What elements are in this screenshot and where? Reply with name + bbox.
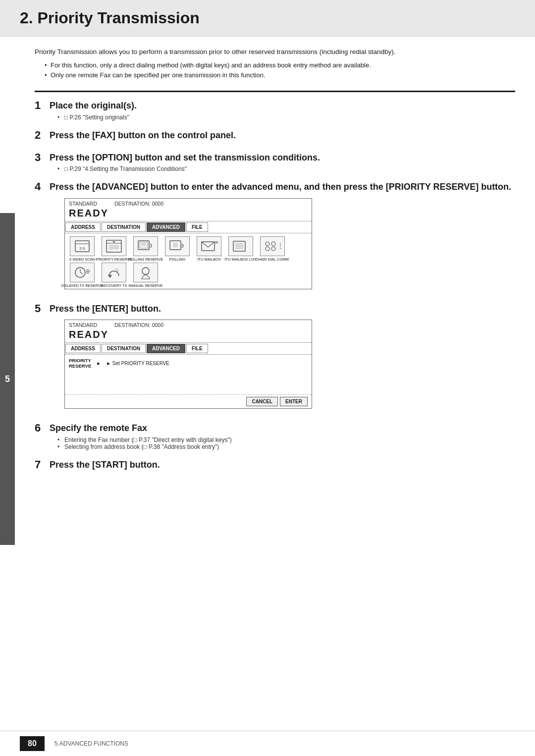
tab-address[interactable]: ADDRESS <box>65 222 101 232</box>
screen-2-ready: READY <box>65 329 312 342</box>
step-4-title: Press the [ADVANCED] button to enter the… <box>50 181 515 193</box>
tab-2-file[interactable]: FILE <box>186 344 208 353</box>
priority-set-text: ► Set PRIORITY RESERVE <box>106 361 169 366</box>
screen-mockup-2: STANDARD DESTINATION: 0000 READY ADDRESS… <box>64 320 312 409</box>
step-6-content: Specify the remote Fax Entering the Fax … <box>50 423 515 450</box>
step-1-content: Place the original(s). □ P.26 "Setting o… <box>50 100 515 120</box>
screen-2-header-left: STANDARD <box>69 322 97 328</box>
step-2: 2 Press the [FAX] button on the control … <box>35 130 515 143</box>
intro-bullets: For this function, only a direct dialing… <box>35 60 515 81</box>
icon-itu-mailbox-list-label: ITU MAILBOX LIST <box>224 257 257 262</box>
step-5: 5 Press the [ENTER] button. STANDARD DES… <box>35 303 515 414</box>
icon-2sided-scan-box: 2-S <box>70 236 95 256</box>
icon-polling[interactable]: POLLING <box>163 236 192 262</box>
screen-1-ready: READY <box>65 208 312 221</box>
step-7-content: Press the [START] button. <box>50 459 515 473</box>
icon-2sided-scan[interactable]: 2-S 2-SIDED SCAN <box>68 236 97 262</box>
icon-2sided-scan-label: 2-SIDED SCAN <box>69 257 96 262</box>
tab-2-advanced[interactable]: ADVANCED <box>147 344 185 353</box>
icon-itu-mailbox-label: ITU MAILBOX <box>197 257 221 262</box>
icon-polling-box <box>165 236 190 256</box>
icon-manual-reserve[interactable]: MANUAL RESERVE <box>131 263 160 288</box>
svg-text:✉: ✉ <box>215 240 218 245</box>
icon-delayed-tx[interactable]: DELAYED TX RESERVE <box>68 263 97 288</box>
step-6-number: 6 <box>35 423 50 433</box>
svg-point-25 <box>266 242 269 246</box>
svg-rect-20 <box>233 241 245 251</box>
svg-marker-36 <box>108 275 112 278</box>
tab-advanced[interactable]: ADVANCED <box>147 222 185 232</box>
step-1-subs: □ P.26 "Setting originals" <box>50 114 515 121</box>
intro-bullet-1: For this function, only a direct dialing… <box>45 60 515 71</box>
icon-recovery-tx[interactable]: RECOVERY TX <box>100 263 128 288</box>
step-2-content: Press the [FAX] button on the control pa… <box>50 130 515 143</box>
cancel-button[interactable]: CANCEL <box>246 397 278 406</box>
icon-chain-dial[interactable]: ⋮ CHAIN DIAL COMM. <box>258 236 287 262</box>
tab-file[interactable]: FILE <box>186 222 208 232</box>
step-5-content: Press the [ENTER] button. STANDARD DESTI… <box>50 303 515 414</box>
step-6: 6 Specify the remote Fax Entering the Fa… <box>35 423 515 450</box>
priority-row: PRIORITYRESERVE ► ► Set PRIORITY RESERVE <box>69 358 308 369</box>
tab-2-address[interactable]: ADDRESS <box>65 344 101 353</box>
step-6-sub-1: Entering the Fax number (□ P.37 "Direct … <box>57 436 515 443</box>
step-5-title: Press the [ENTER] button. <box>50 303 515 315</box>
icon-polling-reserve[interactable]: POLLING RESERVE <box>131 236 160 262</box>
icon-priority-reserve[interactable]: PRIORITY RESERVE <box>100 236 128 262</box>
screen-1-header: STANDARD DESTINATION: 0000 <box>65 199 312 208</box>
screen-2-header-right: DESTINATION: 0000 <box>114 322 163 328</box>
screen-1-header-left: STANDARD <box>69 201 97 207</box>
priority-label: PRIORITYRESERVE <box>69 358 91 369</box>
step-3-subs: □ P.29 "4.Setting the Transmission Condi… <box>50 165 515 172</box>
svg-line-32 <box>80 272 83 274</box>
icon-polling-reserve-box <box>133 236 158 256</box>
step-3: 3 Press the [OPTION] button and set the … <box>35 152 515 172</box>
section-divider <box>35 91 515 92</box>
screen-1-icons-row-1: 2-S 2-SIDED SCAN PRIORITY RESERVE <box>65 233 312 263</box>
step-3-sub-1: □ P.29 "4.Setting the Transmission Condi… <box>57 165 515 172</box>
page-footer: 80 5.ADVANCED FUNCTIONS <box>0 731 535 756</box>
step-2-number: 2 <box>35 130 50 141</box>
screen-2-tabs: ADDRESS DESTINATION ADVANCED FILE <box>65 342 312 355</box>
step-2-title: Press the [FAX] button on the control pa… <box>50 130 515 141</box>
screen-1-icons-row-2: DELAYED TX RESERVE RECOVERY TX <box>65 263 312 289</box>
icon-delayed-tx-label: DELAYED TX RESERVE <box>61 283 103 288</box>
enter-button[interactable]: ENTER <box>280 397 308 406</box>
icon-itu-mailbox-list-box <box>228 236 253 256</box>
icon-chain-dial-label: CHAIN DIAL COMM. <box>255 257 290 262</box>
footer-page-number: 80 <box>20 736 45 751</box>
icon-manual-reserve-box <box>133 263 158 282</box>
svg-marker-8 <box>112 241 115 243</box>
svg-text:⋮: ⋮ <box>277 242 281 249</box>
step-1: 1 Place the original(s). □ P.26 "Setting… <box>35 100 515 120</box>
svg-point-26 <box>266 247 269 251</box>
step-5-number: 5 <box>35 303 50 314</box>
step-6-title: Specify the remote Fax <box>50 423 515 434</box>
svg-text:2-S: 2-S <box>80 247 85 250</box>
step-6-sub-2: Selecting from address book (□ P.38 "Add… <box>57 443 515 450</box>
icon-delayed-tx-box <box>70 263 95 282</box>
step-4-content: Press the [ADVANCED] button to enter the… <box>50 181 515 294</box>
icon-manual-reserve-label: MANUAL RESERVE <box>129 283 163 288</box>
step-7-title: Press the [START] button. <box>50 459 515 471</box>
icon-polling-reserve-label: POLLING RESERVE <box>128 257 163 262</box>
step-7: 7 Press the [START] button. <box>35 459 515 473</box>
tab-2-destination[interactable]: DESTINATION <box>102 344 146 353</box>
screen-2-header: STANDARD DESTINATION: 0000 <box>65 320 312 329</box>
svg-point-28 <box>271 247 275 251</box>
screen-2-body: PRIORITYRESERVE ► ► Set PRIORITY RESERVE <box>65 355 312 394</box>
intro-bullet-2: Only one remote Fax can be specified per… <box>45 70 515 81</box>
screen-mockup-1: STANDARD DESTINATION: 0000 READY ADDRESS… <box>64 198 312 289</box>
icon-polling-label: POLLING <box>169 257 186 262</box>
icon-itu-mailbox-list[interactable]: ITU MAILBOX LIST <box>226 236 255 262</box>
icon-itu-mailbox[interactable]: ✉ ITU MAILBOX <box>195 236 223 262</box>
icon-priority-reserve-label: PRIORITY RESERVE <box>96 257 132 262</box>
step-7-number: 7 <box>35 459 50 470</box>
screen-2-footer: CANCEL ENTER <box>65 394 312 408</box>
icon-recovery-tx-label: RECOVERY TX <box>101 283 127 288</box>
page-header: 2. Priority Transmission <box>0 0 535 37</box>
step-3-number: 3 <box>35 152 50 163</box>
icon-itu-mailbox-box: ✉ <box>197 236 221 256</box>
tab-destination[interactable]: DESTINATION <box>102 222 146 232</box>
step-4: 4 Press the [ADVANCED] button to enter t… <box>35 181 515 294</box>
icon-chain-dial-box: ⋮ <box>260 236 285 256</box>
